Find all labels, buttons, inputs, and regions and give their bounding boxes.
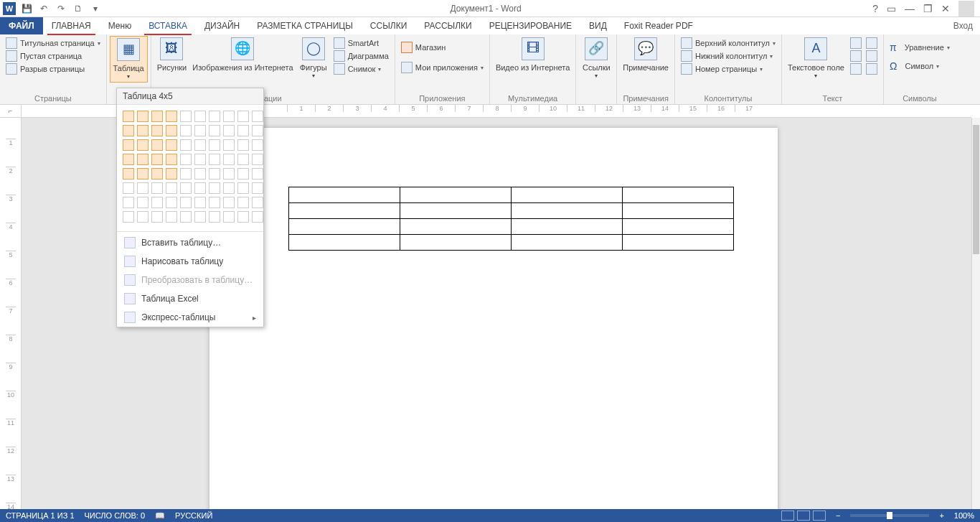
vertical-ruler[interactable]: 123456789101112131415 — [0, 118, 22, 509]
tab-menu[interactable]: Меню — [100, 17, 140, 34]
table-row[interactable] — [289, 203, 734, 219]
tab-mailings[interactable]: РАССЫЛКИ — [415, 17, 480, 34]
pictures-button[interactable]: 🖼Рисунки — [154, 36, 190, 74]
table-grid-cell[interactable] — [166, 125, 177, 136]
table-size-grid[interactable] — [117, 105, 263, 230]
table-grid-cell[interactable] — [166, 111, 177, 122]
minimize-button[interactable]: — — [905, 3, 915, 14]
qat-more-button[interactable]: ▾ — [89, 2, 102, 15]
quick-tables-item[interactable]: Экспресс-таблицы▸ — [117, 308, 263, 327]
help-button[interactable]: ? — [872, 3, 878, 14]
header-button[interactable]: Верхний колонтитул — [681, 37, 776, 49]
table-grid-cell[interactable] — [237, 168, 249, 180]
table-grid-cell[interactable] — [123, 154, 134, 165]
table-grid-cell[interactable] — [123, 197, 134, 208]
table-grid-cell[interactable] — [209, 182, 220, 194]
table-grid-cell[interactable] — [123, 168, 134, 180]
table-grid-cell[interactable] — [137, 111, 149, 122]
tab-references[interactable]: ССЫЛКИ — [362, 17, 415, 34]
table-grid-cell[interactable] — [223, 154, 235, 165]
comment-button[interactable]: 💬Примечание — [620, 36, 672, 74]
table-grid-cell[interactable] — [194, 125, 206, 136]
chart-button[interactable]: Диаграмма — [334, 50, 389, 62]
view-print-layout[interactable] — [797, 511, 810, 521]
symbol-button[interactable]: Ω Символ — [890, 60, 950, 72]
table-grid-cell[interactable] — [223, 111, 235, 122]
table-grid-cell[interactable] — [123, 182, 134, 194]
page-break-button[interactable]: Разрыв страницы — [6, 63, 100, 75]
table-grid-cell[interactable] — [166, 182, 177, 194]
zoom-slider[interactable] — [850, 514, 929, 517]
cover-page-button[interactable]: Титульная страница — [6, 37, 100, 49]
table-grid-cell[interactable] — [123, 211, 134, 223]
table-grid-cell[interactable] — [223, 211, 235, 223]
table-grid-cell[interactable] — [223, 139, 235, 151]
zoom-slider-thumb[interactable] — [887, 512, 892, 519]
table-grid-cell[interactable] — [166, 139, 177, 151]
table-grid-cell[interactable] — [194, 139, 206, 151]
table-grid-cell[interactable] — [252, 182, 263, 194]
table-grid-cell[interactable] — [237, 197, 249, 208]
language-button[interactable]: РУССКИЙ — [175, 511, 212, 520]
zoom-level[interactable]: 100% — [954, 511, 974, 520]
excel-table-item[interactable]: Таблица Excel — [117, 289, 263, 308]
text-box-button[interactable]: AТекстовое поле▾ — [785, 36, 847, 81]
table-grid-cell[interactable] — [209, 139, 220, 151]
table-grid-cell[interactable] — [237, 211, 249, 223]
table-grid-cell[interactable] — [137, 197, 149, 208]
table-grid-cell[interactable] — [223, 197, 235, 208]
table-grid-cell[interactable] — [252, 197, 263, 208]
table-grid-cell[interactable] — [223, 125, 235, 136]
sign-in-button[interactable]: Вход — [946, 17, 980, 34]
table-grid-cell[interactable] — [166, 154, 177, 165]
table-row[interactable] — [289, 235, 734, 251]
footer-button[interactable]: Нижний колонтитул — [681, 50, 776, 62]
table-grid-cell[interactable] — [123, 139, 134, 151]
tab-home[interactable]: ГЛАВНАЯ — [43, 17, 100, 34]
table-grid-cell[interactable] — [237, 111, 249, 122]
table-grid-cell[interactable] — [180, 197, 192, 208]
table-grid-cell[interactable] — [137, 139, 149, 151]
draw-table-item[interactable]: Нарисовать таблицу — [117, 252, 263, 271]
table-grid-cell[interactable] — [137, 168, 149, 180]
online-pictures-button[interactable]: 🌐Изображения из Интернета — [189, 36, 296, 74]
table-grid-cell[interactable] — [151, 139, 163, 151]
view-web-layout[interactable] — [813, 511, 826, 521]
page[interactable] — [209, 128, 778, 509]
table-grid-cell[interactable] — [151, 125, 163, 136]
tab-layout[interactable]: РАЗМЕТКА СТРАНИЦЫ — [248, 17, 362, 34]
table-grid-cell[interactable] — [252, 168, 263, 180]
equation-button[interactable]: π Уравнение — [890, 42, 950, 53]
text-misc-1[interactable] — [850, 37, 877, 49]
ribbon-toggle-button[interactable]: ▭ — [887, 3, 896, 14]
page-number-button[interactable]: Номер страницы — [681, 63, 776, 75]
table-grid-cell[interactable] — [194, 197, 206, 208]
table-grid-cell[interactable] — [252, 154, 263, 165]
maximize-button[interactable]: ❐ — [923, 3, 933, 14]
zoom-in-button[interactable]: + — [939, 511, 943, 520]
table-grid-cell[interactable] — [194, 182, 206, 194]
table-grid-cell[interactable] — [151, 182, 163, 194]
table-grid-cell[interactable] — [252, 125, 263, 136]
table-grid-cell[interactable] — [209, 154, 220, 165]
table-grid-cell[interactable] — [180, 168, 192, 180]
table-grid-cell[interactable] — [209, 211, 220, 223]
table-grid-cell[interactable] — [151, 168, 163, 180]
tab-file[interactable]: ФАЙЛ — [0, 17, 43, 34]
online-video-button[interactable]: 🎞Видео из Интернета — [493, 36, 573, 74]
save-button[interactable]: 💾 — [20, 2, 33, 15]
insert-table-item[interactable]: Вставить таблицу… — [117, 233, 263, 252]
table-grid-cell[interactable] — [137, 211, 149, 223]
table-grid-cell[interactable] — [209, 197, 220, 208]
table-grid-cell[interactable] — [137, 182, 149, 194]
user-avatar-icon[interactable] — [958, 1, 974, 17]
screenshot-button[interactable]: Снимок — [334, 63, 389, 75]
tab-view[interactable]: ВИД — [580, 17, 616, 34]
table-grid-cell[interactable] — [237, 139, 249, 151]
scrollbar-thumb[interactable] — [973, 125, 979, 254]
table-grid-cell[interactable] — [166, 168, 177, 180]
table-grid-cell[interactable] — [180, 154, 192, 165]
table-grid-cell[interactable] — [209, 168, 220, 180]
table-grid-cell[interactable] — [151, 154, 163, 165]
table-grid-cell[interactable] — [137, 154, 149, 165]
